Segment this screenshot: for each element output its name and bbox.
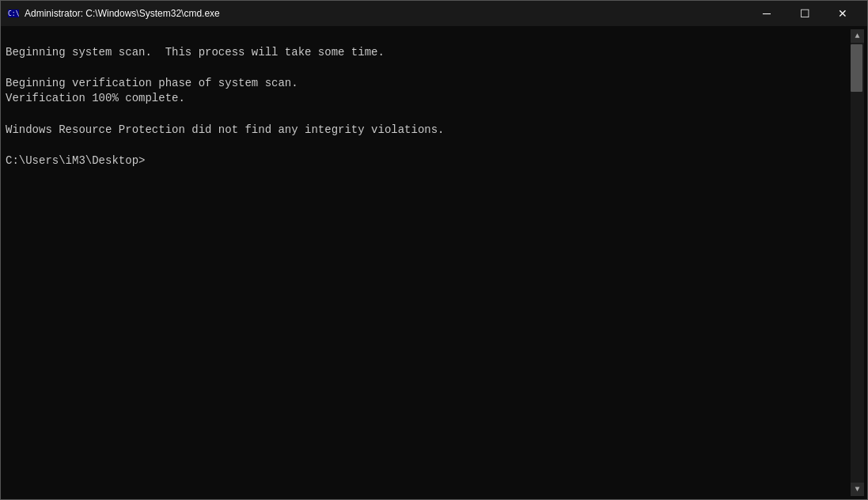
scrollbar-track — [851, 43, 864, 483]
title-bar-controls: ─ ☐ ✕ — [749, 2, 861, 25]
console-line — [6, 138, 851, 153]
scroll-down-arrow[interactable]: ▼ — [851, 483, 864, 496]
console-line — [6, 29, 851, 45]
scrollbar-thumb[interactable] — [851, 44, 862, 92]
scroll-up-arrow[interactable]: ▲ — [851, 29, 864, 43]
svg-text:C:\: C:\ — [8, 10, 20, 17]
console-content: Beginning system scan. This process will… — [6, 29, 851, 496]
close-button[interactable]: ✕ — [824, 2, 861, 25]
title-bar: C:\ Administrator: C:\Windows\System32\c… — [1, 1, 867, 26]
console-line: Beginning system scan. This process will… — [6, 45, 851, 61]
window-title: Administrator: C:\Windows\System32\cmd.e… — [25, 8, 220, 19]
console-line: Windows Resource Protection did not find… — [6, 123, 851, 138]
console-line — [6, 60, 851, 76]
console-line: Beginning verification phase of system s… — [6, 76, 851, 92]
scrollbar[interactable]: ▲ ▼ — [851, 29, 864, 496]
console-body: Beginning system scan. This process will… — [1, 26, 867, 499]
console-line: C:\Users\iM3\Desktop> — [6, 153, 851, 169]
console-line — [6, 107, 851, 123]
maximize-button[interactable]: ☐ — [787, 2, 823, 25]
console-line: Verification 100% complete. — [6, 91, 851, 107]
title-bar-left: C:\ Administrator: C:\Windows\System32\c… — [7, 7, 220, 20]
cmd-window: C:\ Administrator: C:\Windows\System32\c… — [0, 0, 868, 500]
minimize-button[interactable]: ─ — [749, 2, 785, 25]
cmd-icon: C:\ — [7, 7, 20, 20]
